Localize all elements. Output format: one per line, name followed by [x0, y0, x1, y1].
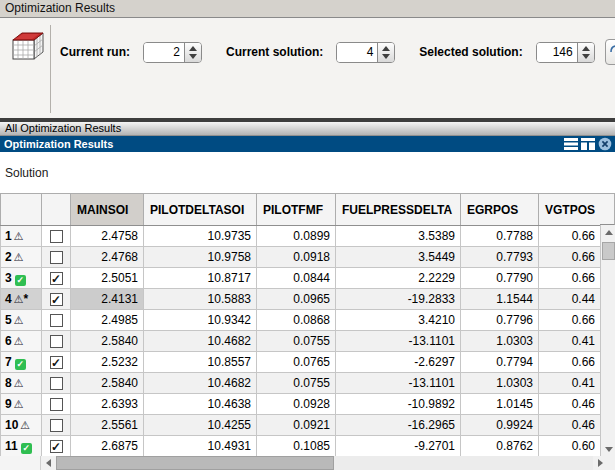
- cell-vgtpos[interactable]: 0.46: [539, 415, 601, 436]
- column-header-pilotfmf[interactable]: PILOTFMF: [257, 194, 336, 226]
- cell-egrpos[interactable]: 1.0303: [461, 331, 539, 352]
- selected-solution-value[interactable]: 146: [537, 43, 577, 62]
- row-header[interactable]: 3✓: [1, 268, 42, 289]
- cell-egrpos[interactable]: 1.0145: [461, 394, 539, 415]
- column-header-mainsoi[interactable]: MAINSOI: [71, 194, 144, 226]
- cell-fuelpressdelta[interactable]: 3.5449: [336, 247, 461, 268]
- cell-pilotdeltasoi[interactable]: 10.9735: [144, 226, 257, 247]
- columns-view-icon[interactable]: [581, 138, 595, 150]
- cell-egrpos[interactable]: 0.9924: [461, 415, 539, 436]
- spin-down-icon[interactable]: [189, 54, 197, 59]
- cell-pilotfmf[interactable]: 0.0965: [257, 289, 336, 310]
- row-header[interactable]: 6⚠: [1, 331, 42, 352]
- row-checkbox[interactable]: [50, 377, 63, 390]
- row-header[interactable]: 11✓: [1, 436, 42, 457]
- accept-solution-button[interactable]: [605, 39, 615, 65]
- cell-mainsoi[interactable]: 2.5840: [71, 331, 144, 352]
- cell-pilotfmf[interactable]: 0.0755: [257, 373, 336, 394]
- horizontal-scrollbar-thumb[interactable]: [56, 456, 334, 470]
- cell-egrpos[interactable]: 0.7790: [461, 268, 539, 289]
- close-icon[interactable]: [598, 137, 612, 151]
- cell-pilotfmf[interactable]: 0.0755: [257, 331, 336, 352]
- column-header-egrpos[interactable]: EGRPOS: [461, 194, 539, 226]
- cell-egrpos[interactable]: 0.7793: [461, 247, 539, 268]
- cell-mainsoi[interactable]: 2.4985: [71, 310, 144, 331]
- table-row[interactable]: 10⚠2.556110.42550.0921-16.29650.99240.46: [1, 415, 601, 436]
- cell-fuelpressdelta[interactable]: -13.1101: [336, 331, 461, 352]
- current-run-spin-buttons[interactable]: [184, 43, 201, 62]
- cell-mainsoi[interactable]: 2.6393: [71, 394, 144, 415]
- cell-egrpos[interactable]: 0.7794: [461, 352, 539, 373]
- cell-pilotfmf[interactable]: 0.1085: [257, 436, 336, 457]
- row-header[interactable]: 8⚠: [1, 373, 42, 394]
- cell-mainsoi[interactable]: 2.6875: [71, 436, 144, 457]
- cell-fuelpressdelta[interactable]: -10.9892: [336, 394, 461, 415]
- cell-vgtpos[interactable]: 0.66: [539, 226, 601, 247]
- cell-pilotfmf[interactable]: 0.0921: [257, 415, 336, 436]
- row-header[interactable]: 1⚠: [1, 226, 42, 247]
- column-header-fuelpressdelta[interactable]: FUELPRESSDELTA: [336, 194, 461, 226]
- cell-mainsoi[interactable]: 2.5232: [71, 352, 144, 373]
- selected-solution-spinner[interactable]: 146: [536, 42, 595, 63]
- table-row[interactable]: 6⚠2.584010.46820.0755-13.11011.03030.41: [1, 331, 601, 352]
- cell-egrpos[interactable]: 1.1544: [461, 289, 539, 310]
- cell-egrpos[interactable]: 0.7788: [461, 226, 539, 247]
- table-row[interactable]: 5⚠2.498510.93420.08683.42100.77960.66: [1, 310, 601, 331]
- table-row[interactable]: 11✓✓2.687510.49310.1085-9.27010.87620.60: [1, 436, 601, 457]
- cell-pilotdeltasoi[interactable]: 10.9758: [144, 247, 257, 268]
- row-header[interactable]: 2⚠: [1, 247, 42, 268]
- cell-fuelpressdelta[interactable]: -16.2965: [336, 415, 461, 436]
- scroll-left-button[interactable]: [41, 456, 56, 470]
- cell-pilotdeltasoi[interactable]: 10.5883: [144, 289, 257, 310]
- cell-vgtpos[interactable]: 0.41: [539, 373, 601, 394]
- cell-pilotdeltasoi[interactable]: 10.4638: [144, 394, 257, 415]
- cell-fuelpressdelta[interactable]: -9.2701: [336, 436, 461, 457]
- cell-mainsoi[interactable]: 2.4758: [71, 226, 144, 247]
- spin-up-icon[interactable]: [189, 46, 197, 51]
- cell-mainsoi[interactable]: 2.4131: [71, 289, 144, 310]
- current-solution-spin-buttons[interactable]: [377, 43, 394, 62]
- cell-pilotfmf[interactable]: 0.0868: [257, 310, 336, 331]
- cell-pilotdeltasoi[interactable]: 10.4931: [144, 436, 257, 457]
- cell-egrpos[interactable]: 1.0303: [461, 373, 539, 394]
- current-run-spinner[interactable]: 2: [143, 42, 202, 63]
- spin-up-icon[interactable]: [582, 46, 590, 51]
- scroll-down-button[interactable]: [601, 442, 615, 456]
- cell-fuelpressdelta[interactable]: -2.6297: [336, 352, 461, 373]
- row-checkbox[interactable]: [50, 314, 63, 327]
- cell-mainsoi[interactable]: 2.5051: [71, 268, 144, 289]
- row-checkbox[interactable]: ✓: [50, 356, 63, 369]
- cell-vgtpos[interactable]: 0.66: [539, 310, 601, 331]
- row-header[interactable]: 10⚠: [1, 415, 42, 436]
- vertical-scrollbar-thumb[interactable]: [602, 242, 615, 260]
- row-header[interactable]: 9⚠: [1, 394, 42, 415]
- row-header[interactable]: 4⚠*: [1, 289, 42, 310]
- cell-fuelpressdelta[interactable]: 3.4210: [336, 310, 461, 331]
- vertical-scrollbar[interactable]: [600, 225, 615, 456]
- spin-down-icon[interactable]: [382, 54, 390, 59]
- cell-vgtpos[interactable]: 0.66: [539, 247, 601, 268]
- row-checkbox[interactable]: ✓: [50, 293, 63, 306]
- table-row[interactable]: 3✓✓2.505110.87170.08442.22290.77900.66: [1, 268, 601, 289]
- cell-vgtpos[interactable]: 0.60: [539, 436, 601, 457]
- table-row[interactable]: 8⚠2.584010.46820.0755-13.11011.03030.41: [1, 373, 601, 394]
- scroll-right-button[interactable]: [593, 456, 608, 470]
- cell-pilotfmf[interactable]: 0.0765: [257, 352, 336, 373]
- cell-pilotdeltasoi[interactable]: 10.4255: [144, 415, 257, 436]
- cell-vgtpos[interactable]: 0.66: [539, 268, 601, 289]
- row-checkbox[interactable]: ✓: [50, 272, 63, 285]
- cell-egrpos[interactable]: 0.7796: [461, 310, 539, 331]
- cell-vgtpos[interactable]: 0.41: [539, 331, 601, 352]
- row-checkbox[interactable]: [50, 230, 63, 243]
- cell-fuelpressdelta[interactable]: -19.2833: [336, 289, 461, 310]
- cell-pilotdeltasoi[interactable]: 10.8717: [144, 268, 257, 289]
- column-header-pilotdeltasoi[interactable]: PILOTDELTASOI: [144, 194, 257, 226]
- selected-solution-spin-buttons[interactable]: [577, 43, 594, 62]
- spin-up-icon[interactable]: [382, 46, 390, 51]
- horizontal-scrollbar-track[interactable]: [334, 456, 593, 470]
- cell-vgtpos[interactable]: 0.46: [539, 394, 601, 415]
- scroll-up-button[interactable]: [601, 225, 615, 239]
- table-row[interactable]: 9⚠2.639310.46380.0928-10.98921.01450.46: [1, 394, 601, 415]
- horizontal-scrollbar[interactable]: [0, 456, 615, 470]
- cell-fuelpressdelta[interactable]: -13.1101: [336, 373, 461, 394]
